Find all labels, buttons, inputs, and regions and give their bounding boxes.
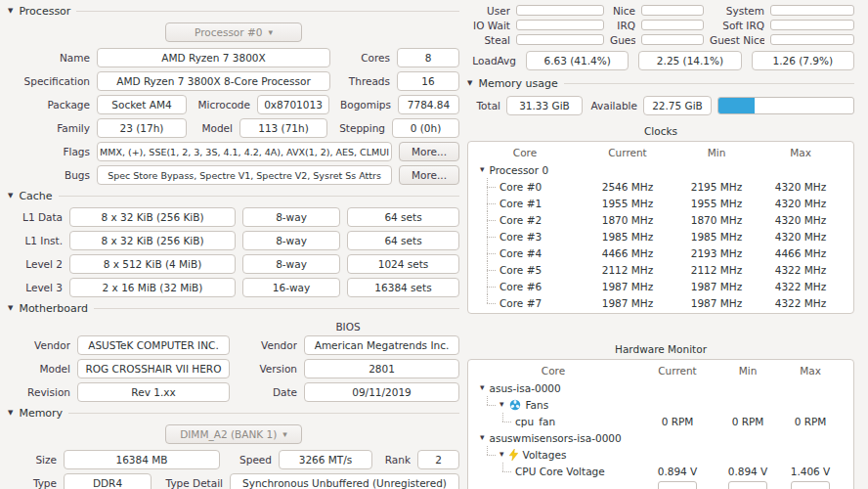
sensor-min: 0 RPM <box>722 416 773 427</box>
hwmon-voltages-row[interactable]: ▾ Voltages <box>474 446 847 463</box>
bios-label-row: BIOS <box>8 320 459 333</box>
tree-expander-icon[interactable]: ▾ <box>480 433 485 442</box>
softirq-meter <box>770 20 854 30</box>
clock-row-core1[interactable]: Core #1 1955 MHz 1955 MHz 4320 MHz <box>474 195 847 211</box>
hwmon-cpu-core-voltage-row[interactable]: CPU Core Voltage 0.894 V 0.894 V 1.406 V <box>474 463 847 479</box>
core-name: Core #1 <box>499 198 542 209</box>
fan-icon <box>509 399 521 411</box>
clock-row-core4[interactable]: Core #4 4466 MHz 2193 MHz 4466 MHz <box>474 244 847 261</box>
guest-label: Guest <box>610 34 635 46</box>
motherboard-vendor-row: Vendor ASUSTeK COMPUTER INC. Vendor Amer… <box>8 335 459 355</box>
tree-expander-icon[interactable]: ▾ <box>499 450 504 459</box>
core-name: Core #4 <box>499 247 542 259</box>
clock-row-core7[interactable]: Core #7 1987 MHz 1987 MHz 4322 MHz <box>474 294 847 311</box>
core-name: Core #5 <box>499 264 542 276</box>
loadavg-15min-field: 1.26 (7.9%) <box>752 51 854 70</box>
motherboard-expander-icon[interactable]: ▼ <box>8 305 13 312</box>
clock-current: 2546 MHz <box>576 181 679 193</box>
bugs-label: Bugs <box>8 169 90 181</box>
hardware-info-window: ▼ Processor Processor #0 ▾ Name AMD Ryze… <box>0 0 868 489</box>
cache-sets-field: 16384 sets <box>347 278 459 297</box>
hwmon-fans-row[interactable]: ▾ Fans <box>474 396 847 413</box>
flags-more-button[interactable]: More... <box>399 142 459 161</box>
processor-selector[interactable]: Processor #0 ▾ <box>165 22 302 42</box>
col-core[interactable]: Core <box>474 365 632 377</box>
bios-date-label: Date <box>237 386 297 398</box>
clock-row-core6[interactable]: Core #6 1987 MHz 1987 MHz 4322 MHz <box>474 278 847 294</box>
cache-row-l1i: L1 Inst. 8 x 32 KiB (256 KiB) 8-way 64 s… <box>8 231 459 250</box>
sensor-current: 0 RPM <box>632 416 722 427</box>
cache-row-l3: Level 3 2 x 16 MiB (32 MiB) 16-way 16384… <box>8 278 459 297</box>
bugs-more-button[interactable]: More... <box>399 165 459 185</box>
col-min[interactable]: Min <box>722 365 773 377</box>
memory-expander-icon[interactable]: ▼ <box>8 410 13 417</box>
clocks-title: Clocks <box>467 125 854 139</box>
clock-max: 4320 MHz <box>754 181 847 193</box>
name-label: Name <box>8 52 90 64</box>
clock-current: 4466 MHz <box>576 247 679 259</box>
cache-size-field: 2 x 16 MiB (32 MiB) <box>69 278 236 297</box>
clock-row-core0[interactable]: Core #0 2546 MHz 2195 MHz 4320 MHz <box>474 178 847 195</box>
tree-expander-icon[interactable]: ▾ <box>480 383 485 392</box>
core-name: Core #6 <box>499 281 542 292</box>
memory-usage-expander-icon[interactable]: ▼ <box>467 80 472 87</box>
hwmon-group-asus-isa[interactable]: ▾ asus-isa-0000 <box>474 379 847 396</box>
user-label: User <box>467 5 510 17</box>
clock-min: 1987 MHz <box>679 281 754 292</box>
dimm-selector[interactable]: DIMM_A2 (BANK 1) ▾ <box>165 424 302 444</box>
tree-expander-icon[interactable]: ▾ <box>499 400 504 409</box>
mem-type-detail-field: Synchronous Unbuffered (Unregistered) <box>230 473 459 489</box>
mb-vendor-label: Vendor <box>8 339 70 351</box>
name-field: AMD Ryzen 7 3800X <box>97 48 330 67</box>
mem-total-label: Total <box>467 100 500 111</box>
processor-spec-row: Specification AMD Ryzen 7 3800X 8-Core P… <box>8 71 459 91</box>
sensor-name: cpu_fan <box>515 416 555 427</box>
clock-current: 1955 MHz <box>576 198 679 209</box>
clock-current: 1987 MHz <box>576 297 679 309</box>
cache-sets-field: 1024 sets <box>347 254 459 274</box>
hwmon-group-asuswmisensors[interactable]: ▾ asuswmisensors-isa-0000 <box>474 429 847 446</box>
hwmon-partial-row <box>474 479 847 489</box>
iowait-label: IO Wait <box>467 20 510 31</box>
usage-row-2: IO Wait IRQ Soft IRQ <box>467 19 854 31</box>
guestnice-meter <box>770 34 854 45</box>
memory-usage-bar <box>717 97 854 114</box>
core-name: Core #0 <box>499 181 542 193</box>
col-max[interactable]: Max <box>773 365 847 377</box>
clocks-root-row[interactable]: ▾ Processor 0 <box>474 161 847 178</box>
memory-section-header: ▼ Memory <box>8 406 459 420</box>
mem-type-label: Type <box>8 477 57 489</box>
hwmon-cpufan-row[interactable]: cpu_fan 0 RPM 0 RPM 0 RPM <box>474 413 847 429</box>
bios-vendor-field: American Megatrends Inc. <box>304 335 459 355</box>
cache-row-l1d: L1 Data 8 x 32 KiB (256 KiB) 8-way 64 se… <box>8 207 459 227</box>
col-min[interactable]: Min <box>679 147 754 158</box>
clocks-table-header: Core Current Min Max <box>474 144 847 161</box>
clock-row-core5[interactable]: Core #5 2112 MHz 2112 MHz 4322 MHz <box>474 261 847 278</box>
nice-label: Nice <box>610 5 635 17</box>
clock-min: 1870 MHz <box>679 214 754 226</box>
sensor-min: 0.894 V <box>722 466 773 477</box>
tree-expander-icon[interactable]: ▾ <box>480 165 485 174</box>
col-core[interactable]: Core <box>474 147 576 158</box>
col-max[interactable]: Max <box>754 147 847 158</box>
processor-selector-row: Processor #0 ▾ <box>8 22 459 42</box>
clock-row-core3[interactable]: Core #3 1985 MHz 1985 MHz 4320 MHz <box>474 228 847 244</box>
bugs-field: Spec Store Bypass, Spectre V1, Spectre V… <box>97 165 392 185</box>
col-current[interactable]: Current <box>576 147 679 158</box>
clock-row-core2[interactable]: Core #2 1870 MHz 1870 MHz 4320 MHz <box>474 211 847 228</box>
hwmon-title: Hardware Monitor <box>467 343 854 357</box>
mem-size-label: Size <box>8 454 57 466</box>
microcode-field: 0x8701013 <box>257 95 329 114</box>
motherboard-section-header: ▼ Motherboard <box>8 301 459 315</box>
flags-field: MMX, (+), SSE(1, 2, 3, 3S, 4.1, 4.2, 4A)… <box>97 142 392 161</box>
mem-rank-field: 2 <box>417 450 459 469</box>
hwmon-group-label: asus-isa-0000 <box>490 382 561 394</box>
hwmon-group-label: asuswmisensors-isa-0000 <box>490 432 622 444</box>
col-current[interactable]: Current <box>632 365 722 377</box>
processor-expander-icon[interactable]: ▼ <box>8 8 13 15</box>
specification-field: AMD Ryzen 7 3800X 8-Core Processor <box>97 71 330 91</box>
cache-expander-icon[interactable]: ▼ <box>8 193 13 200</box>
usage-row-1: User Nice System <box>467 4 854 17</box>
voltage-icon <box>509 449 518 461</box>
memory-usage-bar-fill <box>718 98 755 113</box>
